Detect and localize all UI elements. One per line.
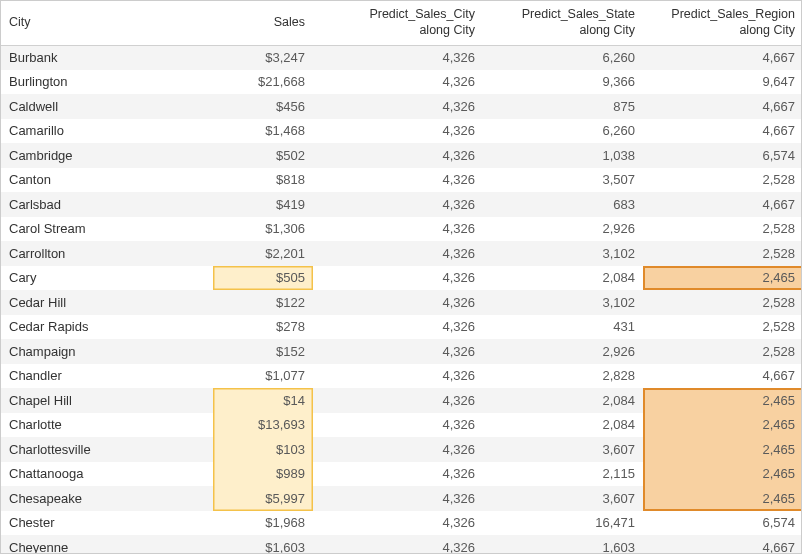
cell-pred-state[interactable]: 1,038 xyxy=(483,143,643,168)
cell-sales[interactable]: $1,306 xyxy=(213,217,313,242)
cell-city[interactable]: Carrollton xyxy=(1,241,213,266)
cell-pred-state[interactable]: 875 xyxy=(483,94,643,119)
cell-pred-city[interactable]: 4,326 xyxy=(313,413,483,438)
cell-pred-state[interactable]: 3,607 xyxy=(483,437,643,462)
cell-pred-region[interactable]: 2,528 xyxy=(643,315,802,340)
cell-pred-city[interactable]: 4,326 xyxy=(313,241,483,266)
cell-pred-city[interactable]: 4,326 xyxy=(313,315,483,340)
table-row[interactable]: Cedar Rapids$2784,3264312,528 xyxy=(1,315,802,340)
cell-pred-city[interactable]: 4,326 xyxy=(313,339,483,364)
cell-city[interactable]: Cheyenne xyxy=(1,535,213,554)
cell-pred-state[interactable]: 2,926 xyxy=(483,339,643,364)
cell-pred-state[interactable]: 16,471 xyxy=(483,511,643,536)
cell-pred-region[interactable]: 9,647 xyxy=(643,70,802,95)
cell-sales[interactable]: $989 xyxy=(213,462,313,487)
cell-pred-city[interactable]: 4,326 xyxy=(313,70,483,95)
cell-pred-region[interactable]: 4,667 xyxy=(643,535,802,554)
cell-pred-state[interactable]: 9,366 xyxy=(483,70,643,95)
table-row[interactable]: Chester$1,9684,32616,4716,574 xyxy=(1,511,802,536)
cell-pred-region[interactable]: 6,574 xyxy=(643,143,802,168)
cell-city[interactable]: Burbank xyxy=(1,45,213,70)
cell-city[interactable]: Carol Stream xyxy=(1,217,213,242)
cell-pred-city[interactable]: 4,326 xyxy=(313,94,483,119)
cell-city[interactable]: Carlsbad xyxy=(1,192,213,217)
cell-pred-state[interactable]: 2,926 xyxy=(483,217,643,242)
cell-sales[interactable]: $122 xyxy=(213,290,313,315)
cell-pred-city[interactable]: 4,326 xyxy=(313,266,483,291)
cell-sales[interactable]: $456 xyxy=(213,94,313,119)
col-header-pred-region[interactable]: Predict_Sales_Regionalong City xyxy=(643,1,802,45)
cell-city[interactable]: Camarillo xyxy=(1,119,213,144)
cell-pred-city[interactable]: 4,326 xyxy=(313,217,483,242)
cell-city[interactable]: Charlottesville xyxy=(1,437,213,462)
col-header-city[interactable]: City xyxy=(1,1,213,45)
cell-city[interactable]: Chandler xyxy=(1,364,213,389)
table-row[interactable]: Chandler$1,0774,3262,8284,667 xyxy=(1,364,802,389)
cell-pred-state[interactable]: 3,507 xyxy=(483,168,643,193)
cell-pred-city[interactable]: 4,326 xyxy=(313,437,483,462)
table-row[interactable]: Burlington$21,6684,3269,3669,647 xyxy=(1,70,802,95)
cell-pred-region[interactable]: 4,667 xyxy=(643,94,802,119)
cell-pred-region[interactable]: 2,528 xyxy=(643,241,802,266)
cell-pred-city[interactable]: 4,326 xyxy=(313,143,483,168)
cell-city[interactable]: Cedar Rapids xyxy=(1,315,213,340)
cell-pred-city[interactable]: 4,326 xyxy=(313,535,483,554)
cell-sales[interactable]: $1,077 xyxy=(213,364,313,389)
cell-pred-region[interactable]: 4,667 xyxy=(643,364,802,389)
cell-pred-state[interactable]: 1,603 xyxy=(483,535,643,554)
table-row[interactable]: Charlotte$13,6934,3262,0842,465 xyxy=(1,413,802,438)
cell-city[interactable]: Canton xyxy=(1,168,213,193)
cell-sales[interactable]: $152 xyxy=(213,339,313,364)
cell-pred-region[interactable]: 4,667 xyxy=(643,119,802,144)
cell-pred-region[interactable]: 2,528 xyxy=(643,290,802,315)
cell-city[interactable]: Cambridge xyxy=(1,143,213,168)
cell-sales[interactable]: $1,968 xyxy=(213,511,313,536)
table-row[interactable]: Caldwell$4564,3268754,667 xyxy=(1,94,802,119)
cell-sales[interactable]: $1,603 xyxy=(213,535,313,554)
cell-city[interactable]: Chesapeake xyxy=(1,486,213,511)
cell-pred-state[interactable]: 6,260 xyxy=(483,119,643,144)
cell-sales[interactable]: $505 xyxy=(213,266,313,291)
cell-pred-state[interactable]: 2,115 xyxy=(483,462,643,487)
cell-pred-state[interactable]: 431 xyxy=(483,315,643,340)
cell-pred-region[interactable]: 2,465 xyxy=(643,388,802,413)
cell-sales[interactable]: $2,201 xyxy=(213,241,313,266)
cell-pred-city[interactable]: 4,326 xyxy=(313,168,483,193)
table-row[interactable]: Canton$8184,3263,5072,528 xyxy=(1,168,802,193)
cell-sales[interactable]: $818 xyxy=(213,168,313,193)
cell-pred-region[interactable]: 2,465 xyxy=(643,266,802,291)
cell-pred-state[interactable]: 3,102 xyxy=(483,241,643,266)
cell-pred-state[interactable]: 3,102 xyxy=(483,290,643,315)
cell-pred-state[interactable]: 2,084 xyxy=(483,388,643,413)
table-row[interactable]: Carol Stream$1,3064,3262,9262,528 xyxy=(1,217,802,242)
col-header-sales[interactable]: Sales xyxy=(213,1,313,45)
cell-city[interactable]: Cary xyxy=(1,266,213,291)
cell-pred-state[interactable]: 683 xyxy=(483,192,643,217)
table-row[interactable]: Champaign$1524,3262,9262,528 xyxy=(1,339,802,364)
cell-sales[interactable]: $5,997 xyxy=(213,486,313,511)
table-row[interactable]: Cambridge$5024,3261,0386,574 xyxy=(1,143,802,168)
cell-sales[interactable]: $502 xyxy=(213,143,313,168)
cell-sales[interactable]: $21,668 xyxy=(213,70,313,95)
cell-pred-state[interactable]: 3,607 xyxy=(483,486,643,511)
cell-pred-region[interactable]: 2,465 xyxy=(643,462,802,487)
cell-city[interactable]: Chester xyxy=(1,511,213,536)
cell-sales[interactable]: $278 xyxy=(213,315,313,340)
cell-pred-region[interactable]: 4,667 xyxy=(643,45,802,70)
table-row[interactable]: Chesapeake$5,9974,3263,6072,465 xyxy=(1,486,802,511)
table-row[interactable]: Chattanooga$9894,3262,1152,465 xyxy=(1,462,802,487)
cell-pred-city[interactable]: 4,326 xyxy=(313,364,483,389)
cell-city[interactable]: Burlington xyxy=(1,70,213,95)
cell-pred-city[interactable]: 4,326 xyxy=(313,511,483,536)
cell-sales[interactable]: $14 xyxy=(213,388,313,413)
table-row[interactable]: Burbank$3,2474,3266,2604,667 xyxy=(1,45,802,70)
col-header-pred-city[interactable]: Predict_Sales_Cityalong City xyxy=(313,1,483,45)
cell-pred-region[interactable]: 2,465 xyxy=(643,486,802,511)
cell-pred-state[interactable]: 6,260 xyxy=(483,45,643,70)
cell-city[interactable]: Chattanooga xyxy=(1,462,213,487)
cell-pred-region[interactable]: 2,528 xyxy=(643,217,802,242)
cell-sales[interactable]: $1,468 xyxy=(213,119,313,144)
cell-sales[interactable]: $103 xyxy=(213,437,313,462)
table-row[interactable]: Carlsbad$4194,3266834,667 xyxy=(1,192,802,217)
table-row[interactable]: Charlottesville$1034,3263,6072,465 xyxy=(1,437,802,462)
